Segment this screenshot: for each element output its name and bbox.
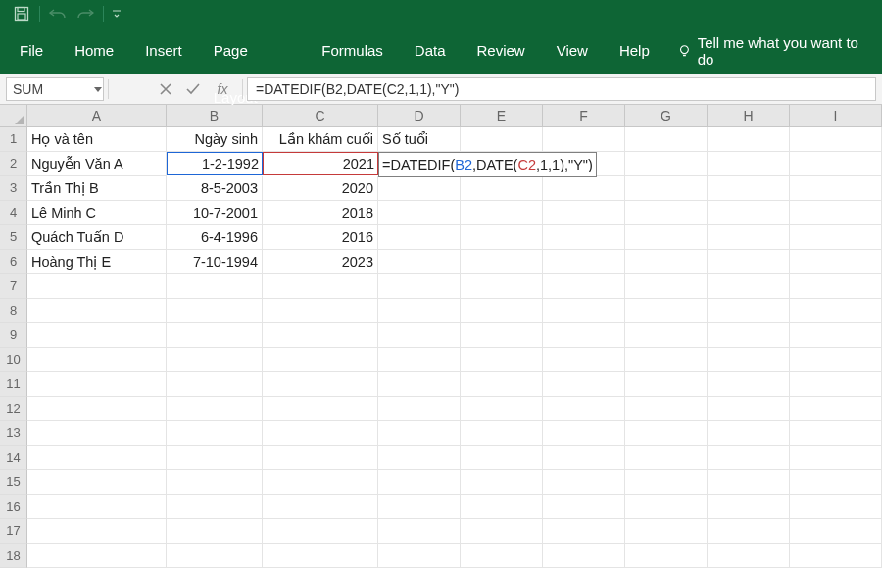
cell-G1[interactable] xyxy=(625,127,708,152)
cell-H3[interactable] xyxy=(708,176,790,201)
cell-C16[interactable] xyxy=(263,495,378,519)
cell-C15[interactable] xyxy=(263,470,378,495)
column-header-D[interactable]: D xyxy=(378,105,461,127)
row-header-16[interactable]: 16 xyxy=(0,495,27,519)
column-header-F[interactable]: F xyxy=(543,105,625,127)
cell-G16[interactable] xyxy=(625,495,708,519)
cell-F1[interactable] xyxy=(543,127,625,152)
tab-page-layout[interactable]: Page Layout xyxy=(198,27,307,74)
cell-E17[interactable] xyxy=(461,519,543,544)
cell-F4[interactable] xyxy=(543,201,625,225)
cell-D7[interactable] xyxy=(378,274,461,299)
cell-F15[interactable] xyxy=(543,470,625,495)
cell-H1[interactable] xyxy=(708,127,790,152)
cell-F16[interactable] xyxy=(543,495,625,519)
cell-E16[interactable] xyxy=(461,495,543,519)
cell-D12[interactable] xyxy=(378,397,461,421)
row-header-2[interactable]: 2 xyxy=(0,152,27,176)
cell-C8[interactable] xyxy=(263,299,378,323)
tab-home[interactable]: Home xyxy=(59,27,129,74)
cell-A10[interactable] xyxy=(27,348,167,372)
cell-I18[interactable] xyxy=(790,544,882,568)
cell-B4[interactable]: 10-7-2001 xyxy=(167,201,263,225)
cell-D4[interactable] xyxy=(378,201,461,225)
cell-H8[interactable] xyxy=(708,299,790,323)
cell-A1[interactable]: Họ và tên xyxy=(27,127,167,152)
cell-I10[interactable] xyxy=(790,348,882,372)
cell-D17[interactable] xyxy=(378,519,461,544)
tab-insert[interactable]: Insert xyxy=(129,27,198,74)
cell-F7[interactable] xyxy=(543,274,625,299)
cell-D5[interactable] xyxy=(378,225,461,250)
cell-B10[interactable] xyxy=(167,348,263,372)
column-header-B[interactable]: B xyxy=(167,105,263,127)
cell-I4[interactable] xyxy=(790,201,882,225)
cell-H13[interactable] xyxy=(708,421,790,446)
cell-G9[interactable] xyxy=(625,323,708,348)
cell-E1[interactable] xyxy=(461,127,543,152)
tell-me-search[interactable]: Tell me what you want to do xyxy=(665,34,878,68)
cell-H18[interactable] xyxy=(708,544,790,568)
cell-F13[interactable] xyxy=(543,421,625,446)
cell-C4[interactable]: 2018 xyxy=(263,201,378,225)
cell-A5[interactable]: Quách Tuấn D xyxy=(27,225,167,250)
cell-I1[interactable] xyxy=(790,127,882,152)
cell-A6[interactable]: Hoàng Thị E xyxy=(27,250,167,274)
cell-G10[interactable] xyxy=(625,348,708,372)
cell-E12[interactable] xyxy=(461,397,543,421)
cell-E4[interactable] xyxy=(461,201,543,225)
cell-E13[interactable] xyxy=(461,421,543,446)
cell-F5[interactable] xyxy=(543,225,625,250)
cell-B1[interactable]: Ngày sinh xyxy=(167,127,263,152)
cell-D14[interactable] xyxy=(378,446,461,470)
cell-A17[interactable] xyxy=(27,519,167,544)
cell-I8[interactable] xyxy=(790,299,882,323)
tab-data[interactable]: Data xyxy=(399,27,462,74)
row-header-10[interactable]: 10 xyxy=(0,348,27,372)
cell-C7[interactable] xyxy=(263,274,378,299)
cell-G12[interactable] xyxy=(625,397,708,421)
cell-D15[interactable] xyxy=(378,470,461,495)
cell-I11[interactable] xyxy=(790,372,882,397)
cell-I12[interactable] xyxy=(790,397,882,421)
cell-A9[interactable] xyxy=(27,323,167,348)
row-header-8[interactable]: 8 xyxy=(0,299,27,323)
cell-H6[interactable] xyxy=(708,250,790,274)
cell-E3[interactable] xyxy=(461,176,543,201)
cell-C12[interactable] xyxy=(263,397,378,421)
column-header-C[interactable]: C xyxy=(263,105,378,127)
cell-C10[interactable] xyxy=(263,348,378,372)
column-header-E[interactable]: E xyxy=(461,105,543,127)
cell-H2[interactable] xyxy=(708,152,790,176)
column-header-H[interactable]: H xyxy=(708,105,790,127)
cell-D9[interactable] xyxy=(378,323,461,348)
cell-B8[interactable] xyxy=(167,299,263,323)
cell-C6[interactable]: 2023 xyxy=(263,250,378,274)
fx-label[interactable]: fx xyxy=(207,81,238,97)
cell-D16[interactable] xyxy=(378,495,461,519)
cell-G13[interactable] xyxy=(625,421,708,446)
row-header-4[interactable]: 4 xyxy=(0,201,27,225)
cell-E14[interactable] xyxy=(461,446,543,470)
cell-G2[interactable] xyxy=(625,152,708,176)
row-header-5[interactable]: 5 xyxy=(0,225,27,250)
cell-B6[interactable]: 7-10-1994 xyxy=(167,250,263,274)
cell-A16[interactable] xyxy=(27,495,167,519)
cell-H17[interactable] xyxy=(708,519,790,544)
cell-F9[interactable] xyxy=(543,323,625,348)
select-all-corner[interactable] xyxy=(0,105,27,127)
cell-E5[interactable] xyxy=(461,225,543,250)
row-header-1[interactable]: 1 xyxy=(0,127,27,152)
row-header-9[interactable]: 9 xyxy=(0,323,27,348)
cell-I13[interactable] xyxy=(790,421,882,446)
cell-D3[interactable] xyxy=(378,176,461,201)
cell-F6[interactable] xyxy=(543,250,625,274)
cell-A12[interactable] xyxy=(27,397,167,421)
cell-B14[interactable] xyxy=(167,446,263,470)
cell-F14[interactable] xyxy=(543,446,625,470)
cell-C2[interactable]: 2021 xyxy=(263,152,378,175)
customize-qat-icon[interactable] xyxy=(108,0,125,27)
cell-G7[interactable] xyxy=(625,274,708,299)
cell-H14[interactable] xyxy=(708,446,790,470)
cell-G6[interactable] xyxy=(625,250,708,274)
